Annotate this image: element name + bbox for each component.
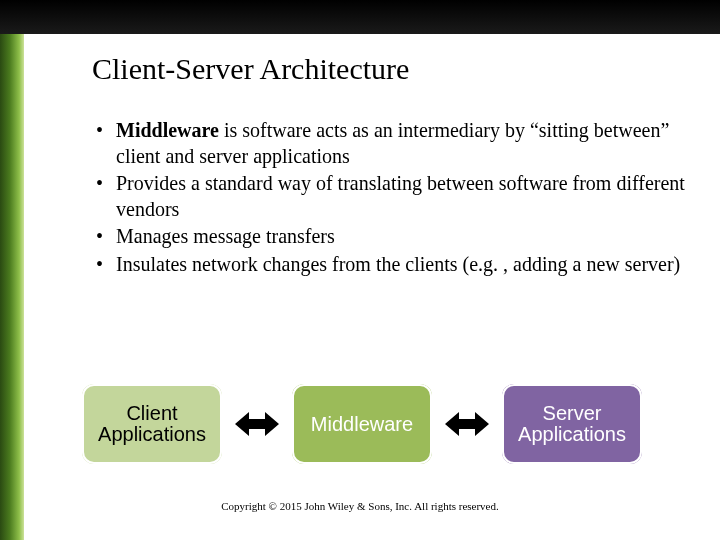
top-black-bar — [0, 0, 720, 34]
double-arrow-icon — [235, 410, 279, 438]
bullet-text: Insulates network changes from the clien… — [116, 253, 680, 275]
copyright-text: Copyright © 2015 John Wiley & Sons, Inc.… — [0, 500, 720, 512]
server-label: Server Applications — [502, 403, 642, 445]
client-applications-box: Client Applications — [82, 384, 222, 464]
bullet-item: Manages message transfers — [96, 224, 690, 250]
client-label: Client Applications — [82, 403, 222, 445]
architecture-diagram: Client Applications Middleware Server Ap… — [82, 382, 642, 466]
bullet-text: Provides a standard way of translating b… — [116, 172, 685, 220]
middleware-label: Middleware — [311, 414, 413, 435]
bullet-item: Provides a standard way of translating b… — [96, 171, 690, 222]
svg-marker-1 — [445, 412, 489, 436]
side-gradient-strip — [0, 0, 24, 540]
server-applications-box: Server Applications — [502, 384, 642, 464]
middleware-box: Middleware — [292, 384, 432, 464]
slide: Client-Server Architecture Middleware is… — [0, 0, 720, 540]
bullet-text: Manages message transfers — [116, 225, 335, 247]
bullet-list: Middleware is software acts as an interm… — [96, 118, 690, 280]
bullet-item: Middleware is software acts as an interm… — [96, 118, 690, 169]
bullet-item: Insulates network changes from the clien… — [96, 252, 690, 278]
slide-title: Client-Server Architecture — [92, 52, 409, 86]
double-arrow-icon — [445, 410, 489, 438]
svg-marker-0 — [235, 412, 279, 436]
bullet-bold: Middleware — [116, 119, 219, 141]
